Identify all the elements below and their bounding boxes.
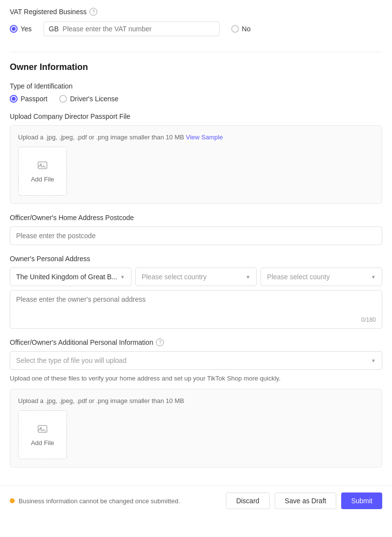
additional-add-file-label: Add File bbox=[31, 439, 54, 447]
passport-upload-box[interactable]: Add File bbox=[18, 147, 67, 196]
vat-no-radio[interactable] bbox=[231, 25, 239, 33]
postcode-input[interactable] bbox=[10, 226, 382, 245]
additional-info-label: Officer/Owner's Additional Personal Info… bbox=[10, 338, 382, 346]
vat-section: VAT Registered Business ? Yes GB No bbox=[10, 8, 382, 48]
passport-option[interactable]: Passport bbox=[10, 95, 47, 103]
upload-passport-hint-text: Upload a .jpg, .jpeg, .pdf or .png image… bbox=[18, 134, 184, 141]
vat-number-input[interactable] bbox=[63, 25, 214, 33]
passport-label: Passport bbox=[21, 95, 47, 103]
vat-title: VAT Registered Business ? bbox=[10, 8, 382, 16]
view-sample-link[interactable]: View Sample bbox=[186, 134, 223, 141]
drivers-license-option[interactable]: Driver's License bbox=[59, 95, 118, 103]
address-counter: 0/180 bbox=[16, 316, 376, 323]
upload-passport-hint: Upload a .jpg, .jpeg, .pdf or .png image… bbox=[18, 134, 374, 141]
upload-hint-2: Upload a .jpg, .jpeg, .pdf or .png image… bbox=[18, 397, 374, 404]
additional-upload-area: Upload a .jpg, .jpeg, .pdf or .png image… bbox=[10, 389, 382, 468]
country-uk-value: The United Kingdom of Great B... bbox=[16, 273, 117, 281]
passport-radio[interactable] bbox=[10, 95, 18, 103]
warning-text: Business information cannot be changed o… bbox=[19, 497, 180, 505]
address-textarea[interactable] bbox=[16, 295, 376, 313]
additional-info-label-text: Officer/Owner's Additional Personal Info… bbox=[10, 338, 153, 346]
vat-no-option[interactable]: No bbox=[231, 25, 251, 33]
svg-rect-2 bbox=[38, 425, 47, 432]
file-type-chevron-icon: ▼ bbox=[371, 358, 376, 363]
additional-upload-image-icon bbox=[37, 423, 48, 436]
warning-message: Business information cannot be changed o… bbox=[10, 497, 180, 505]
owner-section-title: Owner Information bbox=[10, 62, 382, 72]
section-divider bbox=[10, 52, 382, 52]
upload-verify-hint: Upload one of these files to verify your… bbox=[10, 375, 382, 382]
svg-rect-0 bbox=[38, 162, 47, 169]
drivers-license-radio[interactable] bbox=[59, 95, 67, 103]
additional-upload-box[interactable]: Add File bbox=[18, 410, 67, 459]
country-uk-dropdown[interactable]: The United Kingdom of Great B... ▼ bbox=[10, 268, 131, 286]
address-textarea-wrapper: 0/180 bbox=[10, 290, 382, 329]
footer-buttons: Discard Save as Draft Submit bbox=[226, 492, 382, 509]
country-uk-chevron-icon: ▼ bbox=[120, 274, 125, 280]
id-type-radio-group: Passport Driver's License bbox=[10, 95, 382, 103]
vat-yes-option[interactable]: Yes bbox=[10, 25, 32, 33]
county-dropdown[interactable]: Please select county ▼ bbox=[261, 268, 382, 286]
vat-no-label: No bbox=[242, 25, 251, 33]
footer-bar: Business information cannot be changed o… bbox=[0, 485, 392, 516]
upload-image-icon bbox=[37, 159, 48, 173]
drivers-license-label: Driver's License bbox=[70, 95, 118, 103]
vat-title-text: VAT Registered Business bbox=[10, 8, 87, 16]
passport-upload-area: Upload a .jpg, .jpeg, .pdf or .png image… bbox=[10, 125, 382, 204]
vat-help-icon[interactable]: ? bbox=[89, 8, 97, 16]
county-chevron-icon: ▼ bbox=[371, 274, 376, 280]
passport-add-file-label: Add File bbox=[31, 176, 54, 183]
submit-button[interactable]: Submit bbox=[341, 492, 382, 509]
upload-passport-label: Upload Company Director Passport File bbox=[10, 112, 382, 120]
vat-input-wrapper: GB bbox=[44, 22, 219, 36]
save-draft-button[interactable]: Save as Draft bbox=[275, 492, 337, 509]
discard-button[interactable]: Discard bbox=[226, 492, 269, 509]
file-type-placeholder: Select the type of file you will upload bbox=[16, 357, 127, 364]
country-placeholder: Please select country bbox=[142, 273, 207, 281]
country-chevron-icon: ▼ bbox=[245, 274, 250, 280]
vat-yes-radio[interactable] bbox=[10, 25, 18, 33]
owner-information-section: Owner Information Type of Identification… bbox=[10, 62, 382, 468]
vat-row: Yes GB No bbox=[10, 22, 382, 36]
warning-dot-icon bbox=[10, 498, 15, 503]
county-placeholder: Please select county bbox=[267, 273, 329, 281]
file-type-select[interactable]: Select the type of file you will upload … bbox=[10, 351, 382, 370]
id-type-label: Type of Identification bbox=[10, 82, 382, 90]
address-dropdowns-row: The United Kingdom of Great B... ▼ Pleas… bbox=[10, 268, 382, 286]
vat-prefix: GB bbox=[49, 25, 59, 33]
vat-yes-label: Yes bbox=[21, 25, 32, 33]
country-dropdown[interactable]: Please select country ▼ bbox=[135, 268, 257, 286]
postcode-label: Officer/Owner's Home Address Postcode bbox=[10, 214, 382, 222]
personal-address-label: Owner's Personal Address bbox=[10, 255, 382, 263]
additional-info-help-icon[interactable]: ? bbox=[156, 338, 164, 346]
